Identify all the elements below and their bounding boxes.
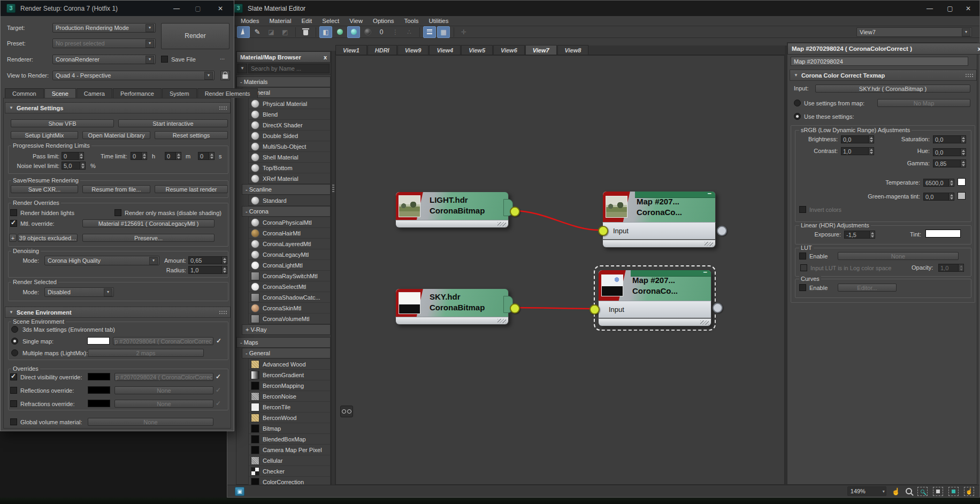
render-button[interactable]: Render [161,23,229,49]
browser-item[interactable]: CoronaShadowCatc... [249,292,330,302]
browser-section-scanline[interactable]: - Scanline [242,184,331,195]
invert-colors-checkbox[interactable] [799,206,806,213]
navigator-panel-icon[interactable]: ▦ [437,26,450,38]
wire-light-to-map[interactable] [514,211,600,230]
active-view-selector[interactable]: View7 ▾ [856,27,972,37]
direct-visibility-map-button[interactable]: p #2070298024 ( CoronaColorCorrec [114,373,213,381]
tab-view4[interactable]: View4 [429,45,461,55]
save-file-checkbox[interactable] [161,56,168,63]
input-socket[interactable] [598,226,608,236]
rollout-scene-environment[interactable]: ▼Scene Environment [5,307,231,318]
use-these-settings-radio[interactable] [794,113,801,120]
exposure-spinner[interactable]: -1,5 [844,231,875,239]
lock-view-button[interactable] [220,71,230,80]
show-background-icon[interactable] [361,26,374,38]
browser-section-maps[interactable]: - Maps [236,337,331,348]
temperature-color-swatch[interactable] [958,178,966,186]
resume-last-render-button[interactable]: Resume last render [155,185,228,193]
navigator-icon[interactable] [340,406,353,417]
zoom-level-dropdown[interactable]: 149% ▾ [847,486,886,496]
setup-lightmix-button[interactable]: Setup LightMix [11,131,78,139]
open-material-library-button[interactable]: Open Material Library [82,131,150,139]
layout-vertical-icon[interactable]: ⋮ [389,26,402,38]
noise-limit-spinner[interactable]: 5,0 [62,162,86,170]
pan-tool-icon[interactable]: ☝ [892,487,900,495]
preserve-button[interactable]: Preserve... [82,234,215,242]
target-dropdown[interactable]: Production Rendering Mode▾ [52,23,156,33]
single-map-color-swatch[interactable] [87,337,110,345]
node-footer[interactable] [395,220,509,228]
preset-dropdown[interactable]: No preset selected▾ [52,39,156,48]
browser-section-corona[interactable]: - Corona [242,206,331,217]
menu-select[interactable]: Select [322,18,339,24]
mtl-override-material-button[interactable]: Material #125691 ( CoronaLegacyMtl ) [82,219,215,227]
node-minimize-icon[interactable]: − [707,189,711,197]
params-header[interactable]: Map #2070298024 ( CoronaColorCorrect ) x [787,43,980,55]
rollout-general-settings[interactable]: ▼General Settings [5,102,231,113]
reset-settings-button[interactable]: Reset settings [155,131,228,139]
green-magenta-spinner[interactable]: 0,0 [923,193,954,201]
tab-view8[interactable]: View8 [557,45,589,55]
browser-item[interactable]: Cellular [249,455,330,465]
slate-close-button[interactable]: ✕ [960,1,976,16]
tab-view1[interactable]: View1 [335,45,367,55]
node-footer[interactable] [598,318,711,326]
browser-item[interactable]: CoronaSelectMtl [249,281,330,292]
pick-from-scene-icon[interactable]: ◩ [279,26,292,38]
saturation-spinner[interactable]: 0,0 [933,135,966,143]
tab-scene-active[interactable]: Scene [44,88,76,98]
pick-from-library-icon[interactable]: ◪ [265,26,278,38]
zoom-extents-selected-icon[interactable] [948,487,959,496]
browser-item[interactable]: Advanced Wood [249,358,330,369]
denoise-mode-dropdown[interactable]: Corona High Quality▾ [44,256,159,265]
multiple-maps-button[interactable]: 2 maps [88,349,204,357]
menu-material[interactable]: Material [270,18,292,24]
browser-item[interactable]: Double Sided [249,130,330,141]
material-parameter-editor-icon[interactable] [423,26,436,38]
direct-visibility-color-swatch[interactable] [88,373,110,380]
tab-system[interactable]: System [162,88,197,98]
browser-item[interactable]: Multi/Sub-Object [249,141,330,151]
zoom-region-icon[interactable] [917,487,928,496]
gamma-spinner[interactable]: 0,85 [933,159,966,167]
show-shaded-material-in-viewport-icon[interactable] [347,26,360,38]
show-vfb-button[interactable]: Show VFB [11,119,114,127]
use-settings-from-map-radio[interactable] [794,100,801,106]
contrast-spinner[interactable]: 1,0 [841,147,874,155]
mtl-override-checkbox[interactable] [10,220,17,227]
temperature-spinner[interactable]: 6500,0 [923,179,954,187]
output-socket[interactable] [713,303,723,313]
curves-editor-button[interactable]: Editor... [838,284,897,292]
single-map-button[interactable]: p #2070298064 ( CoronaColorCorrec [113,337,213,345]
browser-item[interactable]: BerconMapping [249,380,330,391]
render-setup-close-button[interactable]: ✕ [212,1,228,16]
max-settings-radio[interactable] [11,326,18,333]
browser-section-vray[interactable]: + V-Ray [242,324,331,335]
lut-file-button[interactable]: None [838,252,959,260]
delete-selected-icon[interactable] [299,26,312,38]
browser-item[interactable]: BerconWood [249,412,330,423]
rollout-corona-color-correct[interactable]: ▼ Corona Color Correct Texmap [790,70,977,81]
slate-maximize-button[interactable]: ▢ [942,1,958,16]
tab-view5[interactable]: View5 [461,45,493,55]
menu-options[interactable]: Options [373,18,394,24]
browser-section-maps-general[interactable]: - General [242,348,331,358]
render-setup-maximize-button[interactable]: ▢ [190,1,206,16]
node-minimize-icon[interactable]: − [703,268,707,276]
menu-modes[interactable]: Modes [241,18,259,24]
output-socket[interactable] [510,207,520,217]
browser-item[interactable]: CoronaLightMtl [249,259,330,270]
pan-tool-icon[interactable]: ✛ [457,26,470,38]
zoom-tool-icon[interactable] [906,488,912,494]
browser-item[interactable]: BerconGradient [249,369,330,380]
browser-header[interactable]: Material/Map Browser x [236,51,331,63]
browser-item[interactable]: BerconTile [249,401,330,412]
node-input-slot-row[interactable]: Input [598,301,711,318]
single-map-enable-check[interactable]: ✓ [216,337,221,345]
reflections-color-swatch[interactable] [88,386,110,394]
resume-from-file-button[interactable]: Resume from file... [82,185,150,193]
time-limit-h-spinner[interactable]: 0 [131,152,147,160]
browser-item[interactable]: CoronaPhysicalMtl [249,217,330,227]
render-only-masks-checkbox[interactable] [114,209,121,216]
node-footer[interactable] [602,240,716,248]
